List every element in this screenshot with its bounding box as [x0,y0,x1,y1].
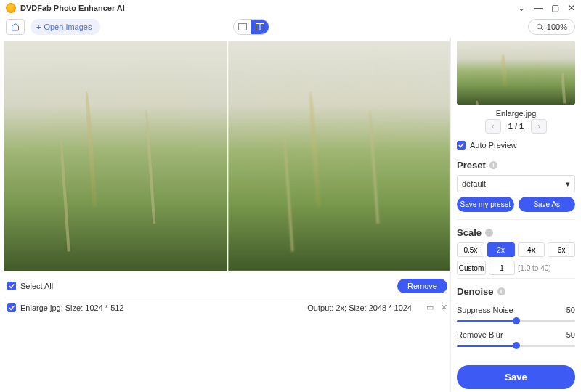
info-icon[interactable]: i [485,229,493,237]
suppress-noise-value: 50 [566,306,575,314]
open-images-label: Open Images [44,23,92,31]
svg-point-3 [537,24,541,28]
scale-heading: Scale i [457,223,575,242]
app-title: DVDFab Photo Enhancer AI [20,4,125,12]
scale-title-text: Scale [457,227,482,238]
scale-buttons: 0.5x 2x 4x 6x [457,242,575,257]
prev-image-button[interactable]: ‹ [485,119,501,134]
remove-file-icon[interactable]: ✕ [441,303,447,312]
split-pane-icon [256,23,264,30]
check-icon [9,305,15,311]
maximize-icon[interactable]: ▢ [551,3,559,13]
info-icon[interactable]: i [489,161,497,169]
scale-range-hint: (1.0 to 40) [518,264,551,272]
home-icon [11,23,20,31]
open-images-button[interactable]: + Open Images [31,19,100,35]
svg-line-4 [541,28,543,30]
remove-blur-label: Remove Blur [457,330,503,339]
close-icon[interactable]: ✕ [568,3,575,13]
view-split-button[interactable] [251,20,269,34]
save-as-button[interactable]: Save As [519,197,576,212]
plus-icon: + [36,23,41,31]
file-info-label: Enlarge.jpg; Size: 1024 * 512 [20,303,124,312]
scale-0-5x[interactable]: 0.5x [457,242,484,257]
minimize-icon[interactable]: — [534,3,543,13]
save-button[interactable]: Save [457,365,575,389]
denoise-heading: Denoise i [457,282,575,301]
scale-6x[interactable]: 6x [548,242,575,257]
chevron-down-icon: ▾ [566,179,570,189]
remove-blur-slider[interactable] [457,340,575,351]
preset-value: default [462,179,486,188]
check-icon [9,283,15,289]
sidebar: Enlarge.jpg ‹ 1 / 1 › Auto Preview Prese… [450,38,581,392]
preview-after[interactable] [228,41,451,271]
open-folder-icon[interactable]: ▭ [426,303,434,312]
app-logo-icon [6,3,16,13]
titlebar: DVDFab Photo Enhancer AI ⌄ — ▢ ✕ [0,0,581,16]
image-counter: 1 / 1 [508,122,524,131]
scale-4x[interactable]: 4x [518,242,545,257]
file-row: Enlarge.jpg; Size: 1024 * 512 Output: 2x… [4,298,450,317]
zoom-control[interactable]: 100% [528,19,575,35]
magnifier-icon [536,23,544,31]
file-output-label: Output: 2x; Size: 2048 * 1024 [307,303,412,312]
toolbar: + Open Images 100% [0,16,581,38]
file-checkbox[interactable] [7,303,16,312]
select-all-checkbox[interactable] [7,282,16,290]
suppress-noise-slider[interactable] [457,316,575,326]
zoom-value: 100% [547,23,567,31]
auto-preview-label: Auto Preview [470,141,517,150]
preview-before[interactable] [4,41,227,271]
preset-heading: Preset i [457,155,575,175]
settings-menu-icon[interactable]: ⌄ [518,3,525,13]
thumbnail[interactable] [457,41,575,105]
view-mode-toggle [233,19,269,35]
svg-rect-0 [238,24,246,30]
scale-2x[interactable]: 2x [487,242,515,257]
single-pane-icon [238,23,247,30]
preset-select[interactable]: default ▾ [457,175,575,192]
save-preset-button[interactable]: Save my preset [457,197,514,212]
preset-title-text: Preset [457,160,486,171]
auto-preview-checkbox[interactable] [457,141,466,150]
scale-custom-button[interactable]: Custom [457,261,486,275]
scale-custom-input[interactable] [489,261,515,275]
remove-button[interactable]: Remove [397,279,447,293]
home-button[interactable] [6,19,25,35]
suppress-noise-label: Suppress Noise [457,306,513,314]
denoise-title-text: Denoise [457,286,494,297]
select-all-label: Select All [20,282,53,290]
window-controls: ⌄ — ▢ ✕ [518,3,575,13]
next-image-button[interactable]: › [531,119,547,134]
view-single-button[interactable] [234,20,251,34]
list-controls: Select All Remove [4,271,450,298]
thumbnail-filename: Enlarge.jpg [457,105,575,119]
main-panel: Select All Remove Enlarge.jpg; Size: 102… [0,38,450,392]
check-icon [458,142,464,148]
preview-compare [4,41,450,271]
info-icon[interactable]: i [497,287,505,295]
remove-blur-value: 50 [566,330,575,339]
